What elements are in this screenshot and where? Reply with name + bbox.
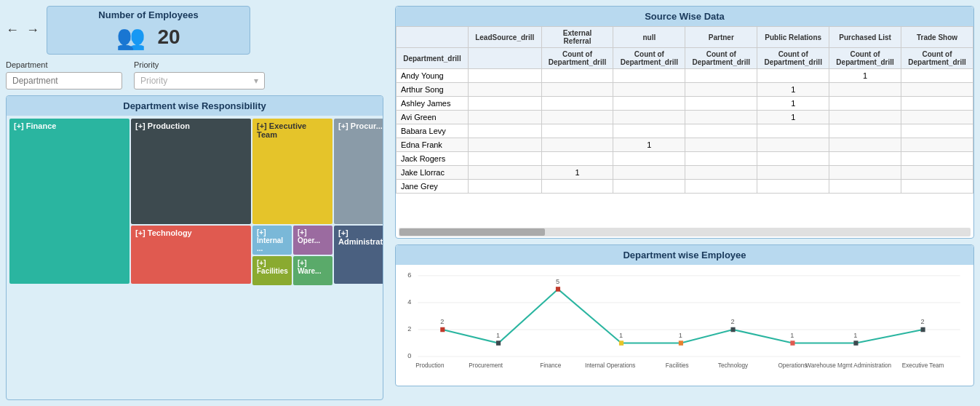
svg-text:5: 5 bbox=[556, 277, 559, 285]
priority-select[interactable]: Priority ▾ bbox=[134, 72, 265, 89]
svg-text:Procurement: Procurement bbox=[469, 362, 503, 369]
cell-pubrel: 1 bbox=[757, 97, 829, 111]
svg-text:Warehouse Mgmt Administration: Warehouse Mgmt Administration bbox=[805, 362, 891, 369]
line-chart: 6 4 2 0 bbox=[402, 268, 968, 383]
svg-rect-15 bbox=[853, 341, 858, 346]
cell-ext bbox=[541, 69, 613, 83]
treemap-cell-facilities[interactable]: [+] Facilities bbox=[252, 256, 292, 285]
cell-name: Jack Rogers bbox=[397, 152, 469, 166]
cell-pubrel: 1 bbox=[757, 83, 829, 97]
col-ext-ref-h: ExternalReferral bbox=[541, 27, 613, 48]
cell-null: 1 bbox=[613, 138, 685, 152]
svg-text:6: 6 bbox=[407, 271, 411, 279]
col-trade-sub: Count ofDepartment_drill bbox=[901, 48, 973, 69]
svg-text:1: 1 bbox=[790, 331, 794, 339]
treemap-body: [+] Finance [+] Production [+] Executive… bbox=[7, 116, 383, 399]
source-table-wrapper[interactable]: LeadSource_drill ExternalReferral null P… bbox=[396, 26, 973, 226]
treemap-cell-administration[interactable]: [+] Administration bbox=[334, 226, 383, 284]
priority-label: Priority bbox=[134, 60, 265, 69]
svg-rect-11 bbox=[619, 341, 624, 346]
cell-pubrel bbox=[757, 166, 829, 180]
svg-text:1: 1 bbox=[619, 331, 623, 339]
cell-trade bbox=[901, 111, 973, 124]
cell-pubrel bbox=[757, 152, 829, 166]
cell-null bbox=[613, 152, 685, 166]
cell-purlist bbox=[829, 166, 901, 180]
cell-purlist bbox=[829, 180, 901, 194]
cell-partner bbox=[685, 180, 757, 194]
table-row: Arthur Song 1 bbox=[397, 83, 973, 97]
col-partner-sub: Count ofDepartment_drill bbox=[685, 48, 757, 69]
col-ls-sub bbox=[468, 48, 541, 69]
cell-name: Arthur Song bbox=[397, 83, 469, 97]
col-partner-h: Partner bbox=[685, 27, 757, 48]
cell-partner bbox=[685, 111, 757, 124]
forward-button[interactable]: → bbox=[26, 23, 39, 38]
cell-pubrel bbox=[757, 124, 829, 138]
svg-rect-14 bbox=[790, 341, 794, 346]
svg-text:2: 2 bbox=[407, 325, 411, 333]
cell-name: Jane Grey bbox=[397, 180, 469, 194]
cell-ext bbox=[541, 124, 613, 138]
col-pubrel-h: Public Relations bbox=[757, 27, 829, 48]
back-button[interactable]: ← bbox=[6, 23, 19, 38]
cell-ls bbox=[468, 166, 541, 180]
cell-purlist bbox=[829, 138, 901, 152]
svg-text:Executive Team: Executive Team bbox=[902, 362, 944, 369]
col-trade-h: Trade Show bbox=[901, 27, 973, 48]
svg-text:Operations: Operations bbox=[778, 362, 807, 369]
cell-name: Edna Frank bbox=[397, 138, 469, 152]
department-input[interactable] bbox=[6, 72, 122, 89]
cell-ext bbox=[541, 152, 613, 166]
source-table-title: Source Wise Data bbox=[396, 7, 973, 26]
cell-pubrel bbox=[757, 138, 829, 152]
treemap-cell-finance[interactable]: [+] Finance bbox=[9, 119, 130, 284]
cell-trade bbox=[901, 166, 973, 180]
svg-text:0: 0 bbox=[407, 351, 411, 359]
employee-card-title: Number of Employees bbox=[53, 9, 244, 20]
cell-trade bbox=[901, 83, 973, 97]
treemap-cell-executive[interactable]: [+] Executive Team bbox=[252, 119, 332, 224]
cell-name: Babara Levy bbox=[397, 124, 469, 138]
cell-ls bbox=[468, 97, 541, 111]
treemap-cell-production[interactable]: [+] Production bbox=[131, 119, 251, 224]
col-leadsource: LeadSource_drill bbox=[468, 27, 541, 48]
svg-rect-13 bbox=[730, 327, 735, 333]
cell-pubrel bbox=[757, 180, 829, 194]
svg-text:Production: Production bbox=[415, 362, 444, 369]
cell-ext bbox=[541, 83, 613, 97]
cell-partner bbox=[685, 97, 757, 111]
cell-name: Jake Llorrac bbox=[397, 166, 469, 180]
horizontal-scrollbar[interactable] bbox=[399, 228, 971, 236]
cell-null bbox=[613, 83, 685, 97]
cell-name: Avi Green bbox=[397, 111, 469, 124]
svg-text:2: 2 bbox=[440, 317, 444, 325]
table-row: Ashley James 1 bbox=[397, 97, 973, 111]
chart-body: 6 4 2 0 bbox=[396, 265, 973, 386]
svg-rect-9 bbox=[496, 341, 501, 346]
cell-trade bbox=[901, 152, 973, 166]
treemap-cell-warehouse[interactable]: [+] Ware... bbox=[293, 256, 332, 285]
col-dept bbox=[397, 27, 469, 48]
cell-ext bbox=[541, 138, 613, 152]
svg-rect-16 bbox=[921, 327, 925, 333]
table-row: Avi Green 1 bbox=[397, 111, 973, 124]
svg-rect-8 bbox=[440, 327, 445, 333]
treemap-cell-operations[interactable]: [+] Oper... bbox=[293, 226, 332, 255]
svg-text:1: 1 bbox=[853, 331, 857, 339]
cell-ls bbox=[468, 111, 541, 124]
cell-trade bbox=[901, 69, 973, 83]
table-row: Babara Levy bbox=[397, 124, 973, 138]
cell-trade bbox=[901, 97, 973, 111]
cell-ext bbox=[541, 111, 613, 124]
col-pubrel-sub: Count ofDepartment_drill bbox=[757, 48, 829, 69]
table-row: Jack Rogers bbox=[397, 152, 973, 166]
treemap-cell-technology[interactable]: [+] Technology bbox=[131, 226, 251, 284]
treemap-cell-procurement[interactable]: [+] Procur... bbox=[334, 119, 383, 224]
cell-trade bbox=[901, 138, 973, 152]
svg-rect-12 bbox=[679, 341, 683, 346]
treemap-cell-internal[interactable]: [+] Internal ... bbox=[252, 226, 292, 255]
cell-null bbox=[613, 69, 685, 83]
employee-icon: 👥 bbox=[116, 23, 146, 51]
cell-null bbox=[613, 111, 685, 124]
